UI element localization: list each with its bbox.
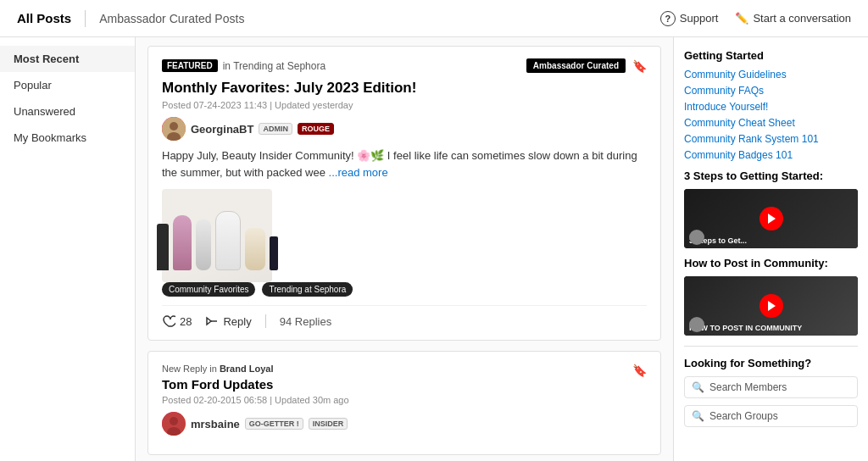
support-button[interactable]: ? Support <box>660 11 719 26</box>
steps-play-button[interactable] <box>760 207 783 230</box>
link-introduce-yourself[interactable]: Introduce Yourself! <box>684 101 858 113</box>
sidebar-label-most-recent: Most Recent <box>14 53 79 65</box>
looking-title: Looking for Something? <box>684 357 858 369</box>
search-members-icon: 🔍 <box>692 381 704 393</box>
svg-point-1 <box>170 122 178 131</box>
post-card-2: New Reply in Brand Loyal Tom Ford Update… <box>147 351 661 455</box>
ambassador-badge: Ambassador Curated <box>526 58 626 73</box>
sidebar-label-popular: Popular <box>14 79 52 92</box>
svg-point-4 <box>170 417 178 425</box>
action-divider <box>265 314 266 328</box>
excerpt-text: Happy July, Beauty Insider Community! 🌸🌿… <box>162 149 637 179</box>
howto-video-label: HOW TO POST IN COMMUNITY <box>689 324 802 332</box>
post2-author-name[interactable]: mrsbaine <box>191 418 240 430</box>
featured-badge: Featured <box>162 59 218 72</box>
like-button[interactable]: 28 <box>162 314 192 328</box>
post2-badge1: GO-GETTER ! <box>245 418 303 430</box>
link-community-faqs[interactable]: Community FAQs <box>684 85 858 97</box>
header: All Posts Ambassador Curated Posts ? Sup… <box>0 0 868 37</box>
howto-video-thumb[interactable]: HOW TO POST IN COMMUNITY <box>684 276 858 336</box>
tags-row: Community Favorites Trending at Sephora <box>162 282 647 297</box>
post-card-header: Featured in Trending at Sephora Ambassad… <box>162 58 647 73</box>
replies-count: 94 Replies <box>280 315 331 328</box>
curated-label: Ambassador Curated Posts <box>99 12 244 25</box>
post-title[interactable]: Monthly Favorites: July 2023 Edition! <box>162 80 647 97</box>
right-panel: Getting Started Community Guidelines Com… <box>673 37 868 461</box>
rouge-badge: ROUGE <box>298 123 334 135</box>
new-reply-prefix: New Reply in <box>162 364 217 374</box>
search-groups-icon: 🔍 <box>692 410 704 422</box>
sidebar-item-unanswered[interactable]: Unanswered <box>0 98 135 125</box>
post-card-1: Featured in Trending at Sephora Ambassad… <box>147 46 661 341</box>
search-groups-label: Search Groups <box>709 410 778 422</box>
tag-community-favorites[interactable]: Community Favorites <box>162 282 255 297</box>
start-conversation-button[interactable]: ✏️ Start a conversation <box>735 12 851 25</box>
post2-bookmark-icon[interactable]: 🔖 <box>632 364 647 377</box>
author-row: GeorginaBT ADMIN ROUGE <box>162 117 647 141</box>
all-posts-label[interactable]: All Posts <box>17 11 71 25</box>
sidebar-label-bookmarks: My Bookmarks <box>14 131 86 144</box>
main-content: Featured in Trending at Sephora Ambassad… <box>136 37 673 461</box>
post2-author-row: mrsbaine GO-GETTER ! INSIDER <box>162 412 647 436</box>
howto-play-button[interactable] <box>760 294 783 318</box>
steps-video-thumb[interactable]: 3 Steps to Get... <box>684 189 858 248</box>
sidebar-item-popular[interactable]: Popular <box>0 72 135 98</box>
steps-video-avatar <box>689 230 704 245</box>
new-reply-category[interactable]: Brand Loyal <box>220 364 274 374</box>
post2-title[interactable]: Tom Ford Updates <box>162 377 349 392</box>
bookmark-icon[interactable]: 🔖 <box>632 59 647 73</box>
steps-title: 3 Steps to Getting Started: <box>684 169 858 182</box>
search-groups-row[interactable]: 🔍 Search Groups <box>684 405 858 427</box>
howto-section: How to Post in Community: HOW TO POST IN… <box>684 257 858 336</box>
header-divider <box>85 10 86 27</box>
howto-title: How to Post in Community: <box>684 257 858 269</box>
sidebar-item-most-recent[interactable]: Most Recent <box>0 46 135 72</box>
tag-trending[interactable]: Trending at Sephora <box>262 282 353 297</box>
post-image <box>162 189 272 282</box>
link-rank-system[interactable]: Community Rank System 101 <box>684 133 858 145</box>
link-badges[interactable]: Community Badges 101 <box>684 149 858 161</box>
pencil-icon: ✏️ <box>735 12 748 25</box>
sidebar-item-bookmarks[interactable]: My Bookmarks <box>0 125 135 151</box>
link-community-guidelines[interactable]: Community Guidelines <box>684 69 858 81</box>
sidebar-label-unanswered: Unanswered <box>14 105 75 118</box>
read-more-link[interactable]: ...read more <box>329 166 388 179</box>
admin-badge: ADMIN <box>259 123 292 135</box>
steps-section: 3 Steps to Getting Started: 3 Steps to G… <box>684 169 858 248</box>
post-meta: Posted 07-24-2023 11:43 | Updated yester… <box>162 100 647 110</box>
reply-button[interactable]: Reply <box>205 314 251 328</box>
layout: Most Recent Popular Unanswered My Bookma… <box>0 37 868 461</box>
search-members-label: Search Members <box>709 381 787 393</box>
post2-badge2: INSIDER <box>309 418 348 430</box>
avatar <box>162 117 186 141</box>
getting-started-title: Getting Started <box>684 49 858 62</box>
reply-label: Reply <box>223 315 251 328</box>
support-icon: ? <box>660 11 676 26</box>
howto-video-avatar <box>689 317 704 332</box>
post-excerpt: Happy July, Beauty Insider Community! 🌸🌿… <box>162 147 647 181</box>
header-left: All Posts Ambassador Curated Posts <box>17 10 244 27</box>
header-right: ? Support ✏️ Start a conversation <box>660 11 851 26</box>
post2-avatar <box>162 412 186 436</box>
right-divider <box>684 346 858 347</box>
sidebar: Most Recent Popular Unanswered My Bookma… <box>0 37 136 461</box>
author-name[interactable]: GeorginaBT <box>191 123 253 136</box>
start-conversation-label: Start a conversation <box>753 12 851 25</box>
new-reply-label: New Reply in Brand Loyal <box>162 364 349 374</box>
like-count: 28 <box>180 315 192 328</box>
post-actions: 28 Reply 94 Replies <box>162 305 647 328</box>
post2-meta: Posted 02-20-2015 06:58 | Updated 30m ag… <box>162 395 349 405</box>
search-members-row[interactable]: 🔍 Search Members <box>684 376 858 398</box>
trending-label: in Trending at Sephora <box>223 60 326 72</box>
support-label: Support <box>680 12 719 25</box>
link-cheat-sheet[interactable]: Community Cheat Sheet <box>684 117 858 129</box>
